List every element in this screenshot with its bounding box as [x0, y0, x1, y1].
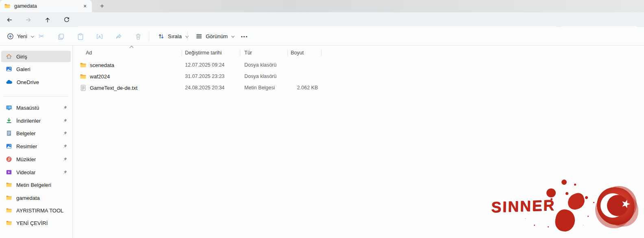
sidebar-divider: [3, 96, 68, 97]
see-more-button[interactable]: •••: [238, 30, 251, 43]
pin-icon: [63, 118, 67, 123]
download-icon: [6, 117, 12, 124]
tab-bar: gamedata × +: [0, 0, 644, 12]
pin-icon: [63, 170, 67, 175]
pictures-icon: [6, 143, 12, 149]
sidebar-item-label: Galeri: [16, 66, 30, 72]
paste-button[interactable]: [74, 30, 87, 43]
column-divider[interactable]: [321, 50, 322, 56]
sidebar-item-desktop[interactable]: Masaüstü: [1, 102, 71, 113]
pin-icon: [63, 131, 67, 136]
onedrive-cloud-icon: [6, 79, 13, 86]
copy-button[interactable]: [54, 30, 67, 43]
file-name: GameText_de-de.txt: [90, 85, 137, 91]
share-button[interactable]: [112, 30, 125, 43]
watermark-splatter: [553, 208, 577, 234]
sort-button[interactable]: Sırala: [154, 30, 192, 43]
sidebar-item-home[interactable]: Giriş: [1, 51, 71, 62]
toolbar-divider: [26, 32, 26, 41]
share-icon: [115, 33, 122, 40]
column-divider[interactable]: [182, 50, 182, 56]
sidebar-item-label: Resimler: [16, 143, 37, 149]
file-name: waf2024: [90, 74, 110, 80]
file-type: Dosya klasörü: [240, 74, 287, 79]
plus-circle-icon: [7, 33, 14, 40]
sidebar-item-metin-belgeleri[interactable]: Metin Belgeleri: [1, 179, 71, 190]
home-icon: [6, 53, 12, 60]
sort-icon: [158, 33, 165, 40]
tab-close-icon[interactable]: ×: [81, 2, 89, 10]
sidebar-item-documents[interactable]: Belgeler: [1, 128, 71, 139]
view-button[interactable]: Görünüm: [192, 30, 238, 43]
sidebar-item-gallery[interactable]: Galeri: [1, 63, 71, 75]
back-button[interactable]: [3, 14, 15, 26]
column-header-type[interactable]: Tür: [240, 47, 287, 59]
column-headers: Ad Değiştirme tarihi Tür Boyut: [77, 47, 644, 59]
new-button[interactable]: Yeni: [3, 30, 37, 43]
file-name: scenedata: [90, 62, 114, 68]
column-header-modified[interactable]: Değiştirme tarihi: [182, 47, 240, 59]
refresh-button[interactable]: [61, 14, 73, 26]
chevron-down-icon: [31, 34, 34, 37]
paste-icon: [77, 33, 84, 40]
column-header-size[interactable]: Boyut: [287, 47, 321, 59]
tab-gamedata[interactable]: gamedata ×: [0, 0, 92, 12]
toolbar-divider: [187, 32, 188, 41]
sidebar-item-label: Müzikler: [16, 156, 36, 162]
gallery-icon: [6, 66, 12, 72]
sidebar-item-onedrive[interactable]: OneDrive: [1, 76, 71, 88]
forward-button[interactable]: [22, 14, 35, 26]
pin-icon: [63, 144, 67, 149]
file-type: Metin Belgesi: [240, 85, 287, 91]
rename-icon: [96, 33, 103, 40]
navigation-pane: Giriş Galeri OneDrive Masaüstü İndirilen…: [0, 45, 73, 238]
toolbar-divider: [149, 32, 149, 41]
sidebar-item-label: AYRISTIRMA TOOL: [16, 208, 63, 214]
trash-icon: [135, 33, 142, 40]
folder-icon: [6, 182, 12, 188]
text-file-icon: [80, 84, 87, 91]
watermark-splatter: [546, 188, 556, 197]
watermark-splatter-specks: [545, 203, 547, 205]
sidebar-item-music[interactable]: Müzikler: [1, 154, 71, 165]
flag-red-blob: [597, 187, 635, 225]
sidebar-item-label: Videolar: [16, 169, 35, 175]
copy-icon: [57, 33, 65, 40]
file-explorer-window: gamedata × + › Yussuf › Kaydedilen Oyunl…: [0, 0, 644, 238]
sidebar-item-gamedata[interactable]: gamedata: [1, 192, 71, 203]
sidebar-item-yeni-ceviri[interactable]: YENİ ÇEVİRİ: [1, 217, 71, 229]
sidebar-item-label: Masaüstü: [16, 105, 39, 111]
watermark-sinner-text: SINNER: [491, 197, 555, 216]
sidebar-item-label: İndirilenler: [16, 118, 41, 124]
pin-icon: [63, 157, 67, 162]
delete-button[interactable]: [132, 30, 144, 43]
rename-button[interactable]: [93, 30, 106, 43]
column-header-name[interactable]: Ad: [77, 47, 182, 59]
sidebar-item-videos[interactable]: Videolar: [1, 167, 71, 178]
file-row-scenedata[interactable]: scenedata 12.07.2025 09:24 Dosya klasörü: [77, 59, 644, 71]
column-divider[interactable]: [287, 50, 288, 56]
chevron-down-icon: [231, 34, 235, 37]
sidebar-item-label: gamedata: [16, 195, 40, 201]
watermark-splatter: [561, 180, 567, 185]
folder-icon: [6, 195, 12, 201]
folder-icon: [6, 220, 12, 226]
sidebar-item-ayristirma-tool[interactable]: AYRISTIRMA TOOL: [1, 205, 71, 216]
pin-icon: [63, 105, 67, 110]
up-button[interactable]: [41, 14, 54, 26]
sidebar-item-pictures[interactable]: Resimler: [1, 141, 71, 152]
sidebar-item-label: Metin Belgeleri: [16, 182, 51, 188]
file-list: scenedata 12.07.2025 09:24 Dosya klasörü…: [77, 59, 644, 93]
file-type: Dosya klasörü: [240, 62, 287, 68]
file-size: 2.062 KB: [287, 85, 321, 91]
navigation-bar: › Yussuf › Kaydedilen Oyunlar › We Are F…: [0, 12, 644, 27]
sort-button-label: Sırala: [168, 33, 182, 39]
new-tab-button[interactable]: +: [97, 1, 107, 11]
column-divider[interactable]: [240, 50, 240, 56]
file-row-waf2024[interactable]: waf2024 31.07.2025 23:23 Dosya klasörü: [77, 71, 644, 82]
cut-button[interactable]: ✂: [35, 30, 48, 43]
sidebar-item-downloads[interactable]: İndirilenler: [1, 115, 71, 126]
file-row-gametext[interactable]: GameText_de-de.txt 24.08.2025 20:34 Meti…: [77, 82, 644, 93]
folder-icon: [4, 3, 11, 9]
watermark-turkish-flag-emblem: ★: [597, 187, 635, 225]
